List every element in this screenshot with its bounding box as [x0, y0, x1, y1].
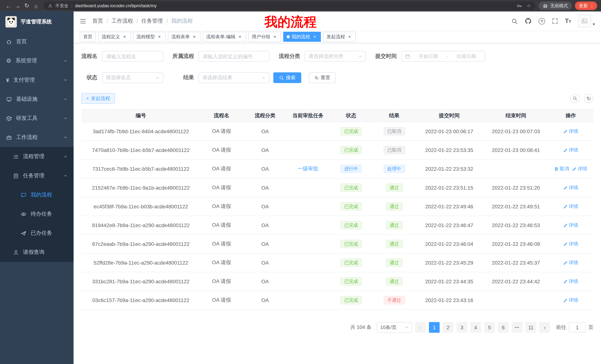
tab-user-group[interactable]: 用户分组× — [248, 32, 281, 42]
sidebar-item-devtools[interactable]: 研发工具 — [0, 109, 74, 128]
breadcrumb-item[interactable]: 任务管理 — [141, 18, 163, 25]
detail-link[interactable]: 详情 — [563, 297, 578, 303]
detail-link[interactable]: 详情 — [563, 147, 578, 153]
reset-button[interactable]: ↻ 重置 — [309, 72, 336, 83]
detail-link[interactable]: 详情 — [563, 128, 578, 134]
cell-result: 已取消 — [374, 122, 415, 140]
breadcrumb-item[interactable]: 工作流程 — [111, 18, 133, 25]
process-name-input[interactable] — [102, 51, 163, 62]
table-refresh-button[interactable]: ↻ — [584, 94, 593, 103]
cell-id: 52ffd28e-7b9a-11ec-a290-acde48001122 — [81, 253, 200, 272]
reload-icon[interactable]: ↻ — [22, 1, 31, 10]
user-menu[interactable]: ▾ — [578, 14, 595, 28]
table-row: 2152467e-7b9b-11ec-9a1b-acde48001122 OA … — [81, 179, 593, 197]
app-title: 芋道管理系统 — [21, 18, 52, 25]
sidebar-item-infra[interactable]: 基础设施 — [0, 90, 74, 109]
sidebar-item-todo-tasks[interactable]: 待办任务 — [0, 204, 74, 224]
address-bar[interactable]: ⚠ 不安全 dashboard.yudao.iocoder.cn/bpm/tas… — [44, 1, 535, 10]
filter-label-process: 所属流程 — [172, 53, 194, 60]
close-icon[interactable]: × — [272, 34, 278, 39]
key-icon[interactable] — [516, 3, 522, 9]
active-dot — [287, 35, 290, 38]
cell-end-time — [484, 160, 548, 178]
process-definition-input[interactable] — [199, 51, 270, 62]
page-button-6[interactable]: 6 — [498, 322, 509, 333]
close-icon[interactable]: × — [312, 34, 317, 39]
cell-submit-time: 2022-01-22 23:46:47 — [415, 216, 484, 234]
breadcrumb-item[interactable]: 首页 — [92, 18, 103, 25]
submit-time-range-picker[interactable]: 开始日期 - 结束日期 — [401, 51, 485, 62]
next-page-button[interactable]: › — [539, 322, 550, 333]
detail-link[interactable]: 详情 — [563, 241, 578, 247]
cell-name: OA 请假 — [200, 253, 242, 272]
prev-page-button[interactable]: ‹ — [415, 322, 426, 333]
more-pages-button[interactable]: ••• — [512, 322, 522, 333]
close-icon[interactable]: × — [347, 34, 352, 39]
home-icon[interactable]: ⌂ — [31, 1, 41, 10]
sidebar-item-done-tasks[interactable]: 已办任务 — [0, 224, 74, 243]
goto-page-input[interactable] — [569, 322, 586, 333]
page-button-3[interactable]: 3 — [457, 322, 467, 333]
browser-toolbar: ← → ↻ ⌂ ⚠ 不安全 dashboard.yudao.iocoder.cn… — [0, 0, 601, 11]
cell-submit-time: 2022-01-22 23:53:32 — [415, 160, 484, 178]
current-task-link[interactable]: 一级审批 — [298, 165, 318, 172]
avatar[interactable] — [578, 14, 591, 28]
col-id: 编号 — [81, 109, 200, 122]
tab-start-process[interactable]: 发起流程× — [323, 32, 356, 42]
cell-name: OA 请假 — [200, 291, 242, 309]
url-text[interactable]: dashboard.yudao.iocoder.cn/bpm/task/my — [75, 3, 157, 8]
detail-link[interactable]: 详情 — [563, 259, 578, 266]
tab-process-form[interactable]: 流程表单× — [168, 32, 200, 42]
hamburger-icon[interactable] — [80, 18, 86, 24]
sidebar-item-system[interactable]: ⚙ 系统管理 — [0, 51, 74, 70]
search-icon[interactable] — [511, 18, 518, 24]
star-icon[interactable]: ☆ — [527, 3, 531, 9]
tab-my-process[interactable]: 我的流程× — [283, 32, 321, 42]
page-button-11[interactable]: 11 — [525, 322, 536, 333]
sidebar-item-leave-query[interactable]: 请假查询 — [0, 243, 74, 262]
page-button-4[interactable]: 4 — [470, 322, 481, 333]
cancel-link[interactable]: 取消 — [554, 166, 569, 172]
detail-link[interactable]: 详情 — [563, 222, 578, 228]
forward-icon[interactable]: → — [13, 1, 22, 10]
sidebar-item-task-mgmt[interactable]: 任务管理 — [0, 166, 74, 185]
tab-process-definition[interactable]: 流程定义× — [98, 32, 130, 42]
detail-link[interactable]: 详情 — [563, 184, 578, 191]
page-button-2[interactable]: 2 — [443, 322, 453, 333]
tab-process-form-edit[interactable]: 流程表单-编辑× — [203, 32, 246, 42]
fullscreen-icon[interactable] — [552, 18, 558, 24]
sidebar-item-workflow[interactable]: 工作流程 — [0, 128, 74, 147]
sidebar-item-process-mgmt[interactable]: 流程管理 — [0, 147, 74, 166]
create-process-button[interactable]: + 发起流程 — [81, 93, 115, 104]
back-icon[interactable]: ← — [4, 1, 13, 10]
category-select[interactable]: 请选择流程分类 — [305, 51, 366, 62]
font-size-icon[interactable]: TT — [565, 18, 571, 25]
result-tag: 通过 — [386, 240, 403, 248]
security-label[interactable]: 不安全 — [55, 3, 69, 9]
page-button-1[interactable]: 1 — [429, 322, 440, 333]
close-icon[interactable]: × — [237, 34, 242, 39]
page-button-5[interactable]: 5 — [484, 322, 495, 333]
detail-link[interactable]: 详情 — [563, 203, 578, 210]
table-search-button[interactable] — [570, 94, 580, 103]
cell-id: ec45f38f-7b9a-11ec-b03b-acde48001122 — [81, 197, 200, 216]
update-button[interactable]: 更新 ⋮ — [575, 1, 597, 10]
status-select[interactable]: 请选择状态 — [102, 72, 163, 83]
detail-link[interactable]: 详情 — [563, 278, 578, 285]
cell-name: OA 请假 — [200, 160, 242, 178]
tab-process-model[interactable]: 流程模型× — [133, 32, 165, 42]
sidebar-item-payment[interactable]: ¥ 支付管理 — [0, 70, 74, 90]
result-select[interactable]: 请选择流结果 — [199, 72, 270, 83]
sidebar-item-home[interactable]: 首页 — [0, 32, 74, 51]
search-button[interactable]: 搜索 — [273, 72, 301, 83]
close-icon[interactable]: × — [157, 34, 162, 39]
detail-link[interactable]: 详情 — [572, 166, 587, 172]
menu-dots-icon[interactable]: ⋮ — [590, 3, 594, 9]
github-icon[interactable] — [525, 18, 531, 25]
page-size-select[interactable]: 10条/页 — [377, 322, 412, 333]
close-icon[interactable]: × — [122, 34, 127, 39]
close-icon[interactable]: × — [192, 34, 197, 39]
tab-home[interactable]: 首页 — [80, 32, 96, 42]
help-icon[interactable]: ? — [539, 18, 545, 24]
sidebar-item-my-process[interactable]: 我的流程 — [0, 185, 74, 204]
